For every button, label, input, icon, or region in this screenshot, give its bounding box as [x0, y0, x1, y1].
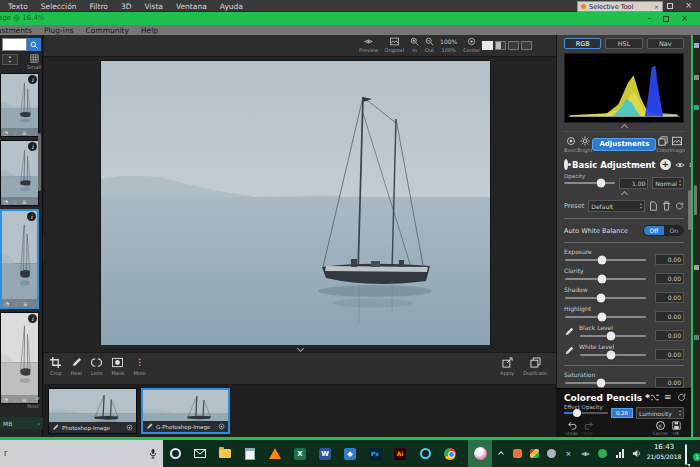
- search-input[interactable]: [2, 38, 27, 51]
- tab-rgb[interactable]: RGB: [564, 38, 601, 49]
- redo-button[interactable]: Redo: [580, 421, 596, 436]
- tab-nav[interactable]: Nav: [647, 38, 684, 49]
- menu-item-3d[interactable]: 3D: [121, 2, 132, 11]
- effect-opacity-value[interactable]: 0.26: [611, 408, 633, 418]
- tray-app-color-icon[interactable]: [529, 448, 540, 459]
- info-badge-icon[interactable]: i: [28, 142, 37, 151]
- shadow-slider[interactable]: [565, 297, 646, 299]
- delete-preset-icon[interactable]: [662, 201, 671, 211]
- studio-app-icon[interactable]: [418, 447, 432, 461]
- doc-minimize-button[interactable]: –: [647, 14, 651, 24]
- notepad-icon[interactable]: [243, 447, 257, 461]
- close-button[interactable]: ×: [685, 1, 692, 11]
- category-image[interactable]: Image: [669, 136, 685, 153]
- target-icon[interactable]: [218, 423, 225, 430]
- excel-icon[interactable]: X: [293, 447, 307, 461]
- adjustment-collapse-chevron[interactable]: [564, 190, 684, 198]
- search-button[interactable]: [27, 38, 41, 51]
- defender-icon[interactable]: ◆: [343, 447, 357, 461]
- word-icon[interactable]: W: [318, 447, 332, 461]
- menu-item-community[interactable]: Community: [86, 26, 129, 35]
- doc-maximize-button[interactable]: [663, 16, 669, 22]
- selective-tool-window[interactable]: Selective Tool ×: [577, 1, 663, 12]
- category-color[interactable]: Color: [656, 136, 669, 153]
- tray-app-orange-icon[interactable]: [512, 448, 523, 459]
- menu-item-adjustments[interactable]: Adjustments: [0, 26, 32, 35]
- category-basic[interactable]: Basic: [564, 136, 577, 153]
- menu-icon[interactable]: ≡: [22, 129, 27, 136]
- zoom-in-button[interactable]: In: [410, 37, 419, 53]
- canvas-collapse-chevron[interactable]: [44, 345, 556, 352]
- filmstrip-thumbnail[interactable]: Photoshop-Image: [48, 388, 137, 434]
- doc-close-button[interactable]: ×: [681, 14, 688, 24]
- tray-green-icon[interactable]: [597, 448, 608, 459]
- status-chevron-icon[interactable]: ›: [38, 420, 40, 427]
- apply-button[interactable]: Apply: [500, 357, 514, 376]
- center-view-button[interactable]: Center: [463, 37, 480, 53]
- shuffle-icon[interactable]: [650, 393, 659, 402]
- menu-item-help[interactable]: Help: [141, 26, 158, 35]
- topaz-studio-taskbar-button[interactable]: [468, 440, 492, 467]
- effect-thumbnail[interactable]: i ◔♡≡: [0, 312, 39, 404]
- target-icon[interactable]: [126, 424, 133, 431]
- selective-tool-restore-button[interactable]: [646, 4, 651, 9]
- opacity-slider[interactable]: [564, 182, 615, 184]
- taskbar-search-box[interactable]: r: [0, 440, 163, 467]
- menu-icon[interactable]: ≡: [22, 198, 27, 205]
- histogram-collapse-chevron[interactable]: [564, 123, 684, 131]
- effect-thumbnail[interactable]: i ◔♡≡: [0, 73, 39, 137]
- visibility-eye-icon[interactable]: [675, 160, 685, 170]
- add-adjustment-button[interactable]: +: [660, 159, 671, 170]
- thumbnail-size-control[interactable]: Small: [27, 54, 41, 70]
- minimize-button[interactable]: –: [651, 1, 655, 11]
- duplicate-button[interactable]: Duplicate: [523, 357, 547, 376]
- preset-dropdown[interactable]: Default▴▾: [588, 200, 645, 212]
- favorite-icon[interactable]: ♡: [13, 300, 18, 307]
- black-level-slider[interactable]: [580, 335, 646, 337]
- favorite-icon[interactable]: ♡: [12, 129, 17, 136]
- side-by-side-view-button[interactable]: [508, 41, 519, 50]
- action-center-button[interactable]: 1: [685, 445, 699, 461]
- info-badge-icon[interactable]: i: [27, 212, 36, 221]
- network-icon[interactable]: [614, 448, 625, 459]
- effect-opacity-slider[interactable]: [564, 412, 608, 414]
- highlight-slider[interactable]: [565, 316, 646, 318]
- menu-item-ventana[interactable]: Ventana: [176, 2, 207, 11]
- rating-icon[interactable]: ◔: [3, 129, 8, 136]
- blend-mode-dropdown[interactable]: Normal▴▾: [652, 177, 684, 189]
- chrome-icon[interactable]: [443, 447, 457, 461]
- menu-icon[interactable]: ≡: [23, 300, 28, 307]
- undo-button[interactable]: Undo: [564, 421, 580, 436]
- awb-toggle[interactable]: Off On: [643, 225, 684, 236]
- menu-item-vista[interactable]: Vista: [144, 2, 163, 11]
- heal-button[interactable]: Heal: [71, 357, 82, 376]
- cancel-button[interactable]: ×Cancel: [652, 421, 668, 436]
- mail-icon[interactable]: [193, 447, 207, 461]
- category-bright[interactable]: Bright: [577, 136, 592, 153]
- illustrator-icon[interactable]: Ai: [393, 447, 407, 461]
- exposure-slider[interactable]: [565, 259, 646, 261]
- vlc-icon[interactable]: [268, 447, 282, 461]
- effect-thumbnail-selected[interactable]: i ◔♡≡: [0, 209, 39, 309]
- tray-expand-chevron[interactable]: [495, 448, 506, 459]
- photoshop-icon[interactable]: Ps: [368, 447, 382, 461]
- white-eyedropper-icon[interactable]: [564, 346, 574, 356]
- clarity-slider[interactable]: [565, 278, 646, 280]
- maximize-button[interactable]: [667, 3, 673, 9]
- awb-off-option[interactable]: Off: [644, 226, 665, 235]
- effect-reset-icon[interactable]: [677, 393, 686, 402]
- effect-thumbnail[interactable]: i ◔♡≡: [0, 140, 39, 206]
- sidebar-scrollbar[interactable]: [38, 133, 41, 191]
- tray-close-icon[interactable]: ×: [563, 448, 574, 459]
- menu-item-ayuda[interactable]: Ayuda: [220, 2, 243, 11]
- tray-app-grey-icon[interactable]: [546, 448, 557, 459]
- awb-on-option[interactable]: On: [664, 226, 683, 235]
- saturation-slider[interactable]: [565, 382, 646, 384]
- zoom-100-button[interactable]: 100%100%: [440, 37, 457, 53]
- menu-item-filtro[interactable]: Filtro: [90, 2, 108, 11]
- microphone-icon[interactable]: [149, 448, 157, 459]
- crop-button[interactable]: Crop: [50, 357, 62, 376]
- filmstrip-thumbnail-selected[interactable]: G-Photoshop-Image: [141, 388, 230, 434]
- menu-item-seleccion[interactable]: Selección: [41, 2, 77, 11]
- opacity-slider-knob[interactable]: [597, 179, 606, 188]
